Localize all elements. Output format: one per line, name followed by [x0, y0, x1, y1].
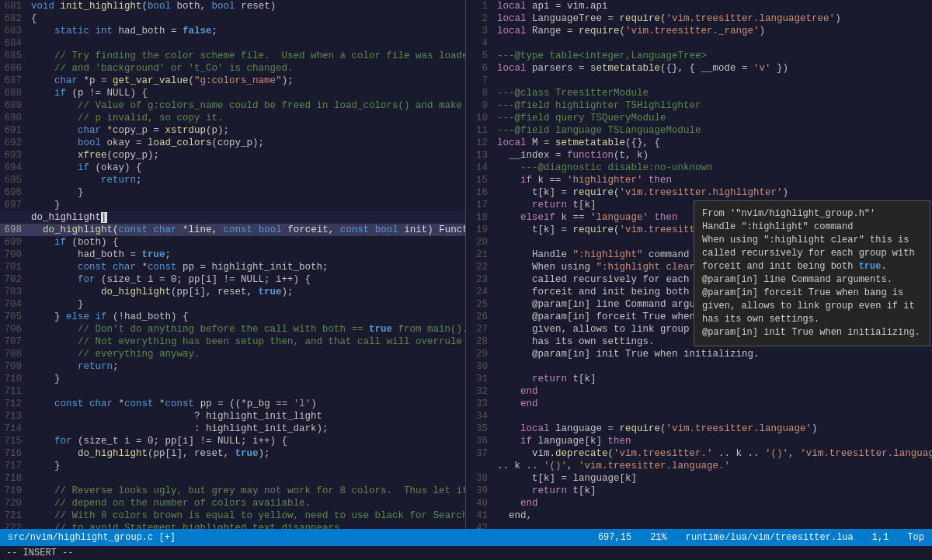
- table-row: 711: [0, 385, 465, 398]
- editor-container: 681 void init_highlight(bool both, bool …: [0, 0, 932, 529]
- line-content: // p invalid, so copy it.: [28, 112, 465, 124]
- line-number: 35: [466, 423, 494, 435]
- table-row: 37 vim.deprecate('vim.treesitter.' .. k …: [466, 447, 932, 460]
- line-number: 33: [466, 398, 494, 410]
- line-content: __index = function(t, k): [494, 149, 932, 162]
- line-content: .. k .. '()', 'vim.treesitter.language.': [494, 460, 932, 472]
- line-content: end: [494, 398, 932, 410]
- table-row: 11 ---@field language TSLanguageModule: [466, 124, 932, 137]
- line-number: 41: [466, 510, 494, 522]
- line-content: const char *const pp = highlight_init_bo…: [28, 261, 465, 273]
- line-number: 703: [0, 286, 28, 298]
- right-extra: Top: [907, 532, 924, 543]
- line-number: 689: [0, 99, 28, 112]
- line-number: 708: [0, 348, 28, 360]
- line-content: end: [494, 497, 932, 510]
- table-row: 698 do_highlight(const char *line, const…: [0, 224, 465, 236]
- line-content: // With 8 colors brown is equal to yello…: [28, 510, 465, 522]
- line-content: return t[k]: [494, 373, 932, 385]
- table-row: 14 ---@diagnostic disable:no-unknown: [466, 162, 932, 174]
- line-number: 706: [0, 323, 28, 336]
- tooltip-line: Handle ":highlight" command: [702, 221, 922, 234]
- line-content: ? highlight_init_light: [28, 410, 465, 423]
- table-row: 12 local M = setmetatable({}, {: [466, 137, 932, 149]
- line-number: 690: [0, 112, 28, 124]
- left-pane: 681 void init_highlight(bool both, bool …: [0, 0, 466, 529]
- table-row: 16 t[k] = require('vim.treesitter.highli…: [466, 186, 932, 199]
- table-row: 685 // Try finding the color scheme file…: [0, 50, 465, 62]
- table-row: 690 // p invalid, so copy it.: [0, 112, 465, 124]
- line-content: local parsers = setmetatable({}, { __mod…: [494, 62, 932, 75]
- table-row: 10 ---@field query TSQueryModule: [466, 112, 932, 124]
- line-number: 684: [0, 37, 28, 50]
- line-number: 15: [466, 174, 494, 186]
- line-number: 693: [0, 149, 28, 162]
- table-row: 34: [466, 410, 932, 423]
- line-number: 11: [466, 124, 494, 137]
- line-content: : highlight_init_dark);: [28, 423, 465, 435]
- line-number: 710: [0, 373, 28, 385]
- line-content: local api = vim.api: [494, 0, 932, 12]
- line-number: 32: [466, 385, 494, 398]
- line-content: } else if (!had_both) {: [28, 311, 465, 323]
- table-row: 704 }: [0, 298, 465, 311]
- right-position: 1,1: [872, 532, 889, 543]
- line-number: 700: [0, 249, 28, 261]
- line-content: // depend on the number of colors availa…: [28, 497, 465, 510]
- line-content: @param[in] init True when initializing.: [494, 348, 932, 360]
- line-number: 3: [466, 25, 494, 37]
- line-number: 25: [466, 298, 494, 311]
- line-content: }: [28, 373, 465, 385]
- table-row: 29 @param[in] init True when initializin…: [466, 348, 932, 360]
- line-content: end: [494, 385, 932, 398]
- line-content: [28, 37, 465, 50]
- scroll-percent: 21%: [650, 532, 667, 543]
- line-number: 20: [466, 236, 494, 249]
- line-number: 6: [466, 62, 494, 75]
- left-code-area[interactable]: 681 void init_highlight(bool both, bool …: [0, 0, 465, 529]
- right-file: runtime/lua/vim/treesitter.lua: [686, 532, 854, 543]
- table-row: 684: [0, 37, 465, 50]
- table-row: 36 if language[k] then: [466, 435, 932, 447]
- table-row: 715 for (size_t i = 0; pp[i] != NULL; i+…: [0, 435, 465, 447]
- line-content: // everything anyway.: [28, 348, 465, 360]
- table-row: 42: [466, 522, 932, 529]
- line-content: for (size_t i = 0; pp[i] != NULL; i++) {: [28, 273, 465, 286]
- table-row: 712 const char *const *const pp = ((*p_b…: [0, 398, 465, 410]
- line-content: ---@class TreesitterModule: [494, 87, 932, 99]
- table-row: 705 } else if (!had_both) {: [0, 311, 465, 323]
- table-row: 35 local language = require('vim.treesit…: [466, 423, 932, 435]
- left-file: src/nvim/highlight_group.c [+]: [8, 532, 176, 543]
- tooltip-line: @param[in] forceit True when bang is: [702, 287, 922, 300]
- line-number: 707: [0, 336, 28, 348]
- line-number: 27: [466, 323, 494, 336]
- table-row: 683 static int had_both = false;: [0, 25, 465, 37]
- line-content: if (p != NULL) {: [28, 87, 465, 99]
- line-number: 719: [0, 485, 28, 497]
- table-row: 720 // depend on the number of colors av…: [0, 497, 465, 510]
- line-content: }: [28, 186, 465, 199]
- line-number: 23: [466, 273, 494, 286]
- table-row: 708 // everything anyway.: [0, 348, 465, 360]
- line-number: 704: [0, 298, 28, 311]
- table-row: 717 }: [0, 460, 465, 472]
- line-content: t[k] = require('vim.treesitter.highlight…: [494, 186, 932, 199]
- line-content: ---@field query TSQueryModule: [494, 112, 932, 124]
- line-content: char *copy_p = xstrdup(p);: [28, 124, 465, 137]
- tooltip-line: When using ":highlight clear" this is: [702, 234, 922, 247]
- table-row: 695 return;: [0, 174, 465, 186]
- line-number: 38: [466, 472, 494, 485]
- line-number: 702: [0, 273, 28, 286]
- table-row: 682 {: [0, 12, 465, 25]
- line-number: 29: [466, 348, 494, 360]
- line-content: [28, 385, 465, 398]
- table-row: 40 end: [466, 497, 932, 510]
- line-number: 692: [0, 137, 28, 149]
- table-row: 688 if (p != NULL) {: [0, 87, 465, 99]
- table-row: 722 // to avoid Statement highlighted te…: [0, 522, 465, 529]
- line-content: // Not everything has been setup then, a…: [28, 336, 465, 348]
- line-number: 715: [0, 435, 28, 447]
- line-number: 682: [0, 12, 28, 25]
- line-number: 40: [466, 497, 494, 510]
- table-row: 2 local LanguageTree = require('vim.tree…: [466, 12, 932, 25]
